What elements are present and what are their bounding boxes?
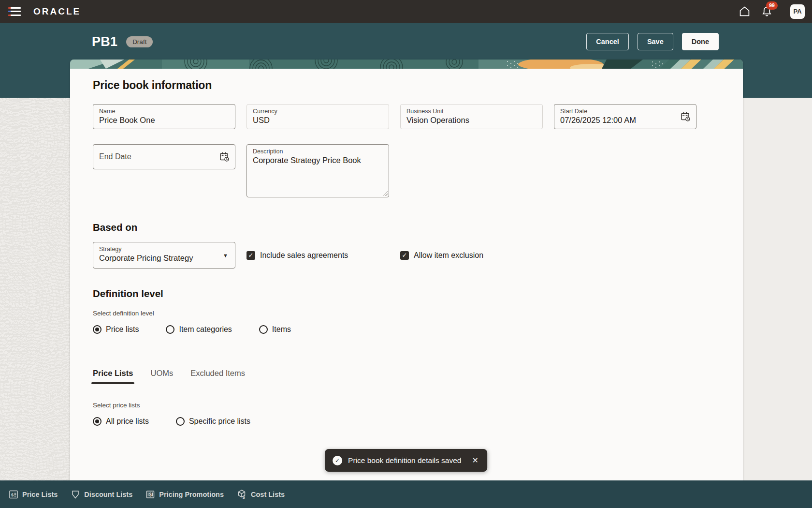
description-field-label: Description — [253, 148, 383, 155]
start-date-field[interactable]: Start Date 07/26/2025 12:00 AM — [554, 104, 696, 129]
notifications-bell-icon[interactable]: 99 — [760, 5, 773, 18]
strategy-select-value: Corporate Pricing Strategy — [99, 253, 229, 263]
section-title-based-on: Based on — [93, 222, 720, 233]
bottomnav-label: Discount Lists — [84, 491, 132, 498]
top-app-bar: ORACLE 99 PA — [0, 0, 812, 23]
allow-item-exclusion-checkbox[interactable]: ✓ Allow item exclusion — [400, 251, 543, 260]
radio-selected-icon[interactable] — [93, 325, 102, 334]
status-badge: Draft — [126, 36, 153, 47]
bottomnav-label: Pricing Promotions — [159, 491, 224, 498]
price-lists-radio-group: All price lists Specific price lists — [93, 417, 720, 426]
price-list-icon: $ — [9, 490, 18, 499]
definition-level-radio-group: Price lists Item categories Items — [93, 325, 720, 334]
textarea-resize-handle[interactable] — [383, 191, 388, 196]
checkbox-label: Allow item exclusion — [414, 251, 483, 260]
toast-message: Price book definition details saved — [348, 456, 461, 465]
radio-label: Item categories — [179, 325, 232, 334]
success-check-icon: ✓ — [333, 456, 342, 465]
save-button[interactable]: Save — [638, 33, 673, 50]
bottomnav-label: Price Lists — [22, 491, 58, 498]
tab-price-lists[interactable]: Price Lists — [93, 369, 133, 384]
business-unit-field-label: Business Unit — [406, 108, 536, 115]
business-unit-field: Business Unit Vision Operations — [400, 104, 543, 129]
calendar-clock-icon[interactable] — [218, 151, 230, 163]
section-title-price-book-information: Price book information — [93, 79, 720, 92]
bottomnav-discount-lists[interactable]: Discount Lists — [71, 490, 132, 499]
tab-excluded-items[interactable]: Excluded Items — [190, 369, 245, 384]
background-watermark-pattern — [0, 98, 75, 480]
strategy-select-label: Strategy — [99, 246, 229, 253]
name-field-value: Price Book One — [99, 115, 229, 125]
bottomnav-price-lists[interactable]: $ Price Lists — [9, 490, 58, 499]
menu-hamburger-icon[interactable] — [8, 7, 21, 16]
card-banner-art — [70, 60, 743, 69]
name-field-label: Name — [99, 108, 229, 115]
start-date-field-value: 07/26/2025 12:00 AM — [560, 115, 690, 125]
radio-label: All price lists — [106, 417, 149, 426]
checkbox-label: Include sales agreements — [260, 251, 348, 260]
radio-all-price-lists[interactable]: All price lists — [93, 417, 149, 426]
home-icon[interactable] — [738, 5, 751, 18]
pricing-promotion-icon: $ — [145, 490, 155, 499]
svg-text:$: $ — [11, 492, 14, 497]
notification-count-badge: 99 — [766, 1, 778, 10]
radio-items[interactable]: Items — [259, 325, 291, 334]
radio-price-lists[interactable]: Price lists — [93, 325, 139, 334]
chevron-down-icon: ▼ — [223, 253, 228, 258]
page-title: PB1 — [92, 34, 117, 49]
select-price-lists-helper: Select price lists — [93, 402, 720, 409]
bottomnav-label: Cost Lists — [251, 491, 285, 498]
section-title-definition-level: Definition level — [93, 288, 720, 299]
svg-text:$: $ — [243, 494, 246, 500]
name-field[interactable]: Name Price Book One — [93, 104, 235, 129]
done-button[interactable]: Done — [682, 33, 719, 50]
radio-item-categories[interactable]: Item categories — [166, 325, 232, 334]
calendar-clock-icon[interactable] — [680, 111, 691, 122]
radio-label: Items — [272, 325, 291, 334]
currency-field: Currency USD — [246, 104, 389, 129]
radio-selected-icon[interactable] — [93, 417, 102, 426]
bottomnav-pricing-promotions[interactable]: $ Pricing Promotions — [145, 490, 224, 499]
business-unit-field-value: Vision Operations — [406, 115, 536, 125]
radio-unselected-icon[interactable] — [166, 325, 174, 334]
radio-unselected-icon[interactable] — [176, 417, 185, 426]
detail-tabs: Price Lists UOMs Excluded Items — [93, 369, 720, 384]
toast-notification: ✓ Price book definition details saved ✕ — [325, 449, 487, 472]
definition-level-helper: Select definition level — [93, 310, 720, 317]
start-date-field-label: Start Date — [560, 108, 690, 115]
currency-field-value: USD — [253, 115, 383, 125]
page-header: PB1 Draft Cancel Save Done — [0, 23, 812, 60]
bottomnav-cost-lists[interactable]: $ Cost Lists — [237, 489, 285, 499]
price-book-card: Price book information Name Price Book O… — [70, 60, 743, 480]
radio-unselected-icon[interactable] — [259, 325, 268, 334]
description-field[interactable]: Description Corporate Strategy Price Boo… — [246, 144, 389, 197]
radio-label: Price lists — [106, 325, 139, 334]
strategy-select[interactable]: Strategy Corporate Pricing Strategy ▼ — [93, 242, 235, 269]
description-field-value: Corporate Strategy Price Book — [253, 155, 383, 165]
checkbox-checked-icon[interactable]: ✓ — [246, 251, 255, 260]
oracle-logo: ORACLE — [33, 6, 81, 17]
end-date-field-label: End Date — [99, 152, 131, 161]
radio-specific-price-lists[interactable]: Specific price lists — [176, 417, 250, 426]
bottom-nav-bar: $ Price Lists Discount Lists $ Pricing P… — [0, 480, 812, 508]
tab-uoms[interactable]: UOMs — [150, 369, 173, 384]
discount-tag-icon — [71, 490, 80, 499]
include-sales-agreements-checkbox[interactable]: ✓ Include sales agreements — [246, 251, 389, 260]
svg-text:$: $ — [149, 492, 152, 497]
radio-label: Specific price lists — [189, 417, 250, 426]
cancel-button[interactable]: Cancel — [586, 33, 629, 50]
checkbox-checked-icon[interactable]: ✓ — [400, 251, 409, 260]
user-avatar[interactable]: PA — [790, 4, 805, 19]
cost-list-icon: $ — [237, 489, 247, 499]
end-date-field[interactable]: End Date — [93, 144, 235, 169]
close-icon[interactable]: ✕ — [472, 456, 478, 465]
currency-field-label: Currency — [253, 108, 383, 115]
